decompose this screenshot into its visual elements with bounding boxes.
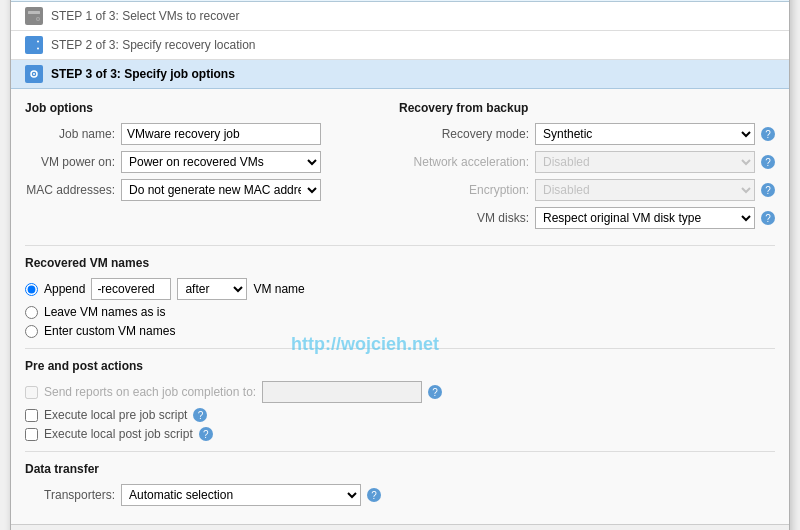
vm-disks-row: VM disks: Respect original VM disk type … <box>399 207 775 229</box>
vm-power-row: VM power on: Power on recovered VMs <box>25 151 379 173</box>
vm-names-title: Recovered VM names <box>25 256 775 270</box>
transporters-select[interactable]: Automatic selection <box>121 484 361 506</box>
job-name-input[interactable] <box>121 123 321 145</box>
vm-name-label: VM name <box>253 282 304 296</box>
post-job-help-icon[interactable]: ? <box>199 427 213 441</box>
leave-radio-row: Leave VM names as is <box>25 305 775 319</box>
send-reports-checkbox[interactable] <box>25 386 38 399</box>
pre-job-help-icon[interactable]: ? <box>193 408 207 422</box>
svg-point-10 <box>37 48 39 50</box>
send-reports-label: Send reports on each job completion to: <box>44 385 256 399</box>
right-column: Recovery from backup Recovery mode: Synt… <box>399 101 775 235</box>
enter-radio[interactable] <box>25 325 38 338</box>
recovery-mode-help-icon[interactable]: ? <box>761 127 775 141</box>
svg-point-13 <box>33 73 35 75</box>
enter-label: Enter custom VM names <box>44 324 175 338</box>
wizard-body: http://wojcieh.net Job options Job name:… <box>11 89 789 524</box>
job-name-label: Job name: <box>25 127 115 141</box>
vm-disks-label: VM disks: <box>399 211 529 225</box>
step1-icon <box>25 7 43 25</box>
send-reports-row: Send reports on each job completion to: … <box>25 381 775 403</box>
after-select[interactable]: after before <box>177 278 247 300</box>
transporters-help-icon[interactable]: ? <box>367 488 381 502</box>
recovery-mode-label: Recovery mode: <box>399 127 529 141</box>
append-label: Append <box>44 282 85 296</box>
vm-power-select[interactable]: Power on recovered VMs <box>121 151 321 173</box>
left-column: Job options Job name: VM power on: Power… <box>25 101 379 235</box>
job-name-row: Job name: <box>25 123 379 145</box>
step2-icon <box>25 36 43 54</box>
send-reports-help-icon[interactable]: ? <box>428 385 442 399</box>
mac-select[interactable]: Do not generate new MAC addresses <box>121 179 321 201</box>
vm-disks-help-icon[interactable]: ? <box>761 211 775 225</box>
pre-job-label: Execute local pre job script <box>44 408 187 422</box>
network-accel-select: Disabled <box>535 151 755 173</box>
pre-job-row: Execute local pre job script ? <box>25 408 775 422</box>
step1-row: STEP 1 of 3: Select VMs to recover <box>11 2 789 31</box>
pre-job-checkbox[interactable] <box>25 409 38 422</box>
post-job-label: Execute local post job script <box>44 427 193 441</box>
job-options-title: Job options <box>25 101 379 115</box>
post-job-checkbox[interactable] <box>25 428 38 441</box>
append-radio-row: Append after before VM name <box>25 278 775 300</box>
wizard-footer: Finish Finish & Run Cancel <box>11 524 789 530</box>
step3-icon <box>25 65 43 83</box>
svg-rect-4 <box>28 11 40 14</box>
vm-power-label: VM power on: <box>25 155 115 169</box>
svg-point-9 <box>37 41 39 43</box>
step2-row: STEP 2 of 3: Specify recovery location <box>11 31 789 60</box>
pre-post-section: Pre and post actions Send reports on eac… <box>25 359 775 441</box>
transporters-label: Transporters: <box>25 488 115 502</box>
post-job-row: Execute local post job script ? <box>25 427 775 441</box>
pre-post-title: Pre and post actions <box>25 359 775 373</box>
enter-radio-row: Enter custom VM names <box>25 324 775 338</box>
append-radio[interactable] <box>25 283 38 296</box>
data-transfer-section: Data transfer Transporters: Automatic se… <box>25 462 775 506</box>
email-input[interactable] <box>262 381 422 403</box>
leave-radio[interactable] <box>25 306 38 319</box>
vm-disks-select[interactable]: Respect original VM disk type <box>535 207 755 229</box>
mac-label: MAC addresses: <box>25 183 115 197</box>
mac-row: MAC addresses: Do not generate new MAC a… <box>25 179 379 201</box>
step1-label: STEP 1 of 3: Select VMs to recover <box>51 9 240 23</box>
recovery-mode-select[interactable]: Synthetic <box>535 123 755 145</box>
transporters-row: Transporters: Automatic selection ? <box>25 484 775 506</box>
data-transfer-title: Data transfer <box>25 462 775 476</box>
step2-label: STEP 2 of 3: Specify recovery location <box>51 38 256 52</box>
network-accel-row: Network acceleration: Disabled ? <box>399 151 775 173</box>
network-accel-help-icon[interactable]: ? <box>761 155 775 169</box>
recovery-mode-row: Recovery mode: Synthetic ? <box>399 123 775 145</box>
encryption-help-icon[interactable]: ? <box>761 183 775 197</box>
step3-row: STEP 3 of 3: Specify job options <box>11 60 789 89</box>
vm-names-section: Recovered VM names Append after before V… <box>25 256 775 338</box>
step3-label: STEP 3 of 3: Specify job options <box>51 67 235 81</box>
encryption-label: Encryption: <box>399 183 529 197</box>
recovery-title: Recovery from backup <box>399 101 775 115</box>
append-value-input[interactable] <box>91 278 171 300</box>
svg-point-6 <box>37 18 39 20</box>
leave-label: Leave VM names as is <box>44 305 165 319</box>
encryption-row: Encryption: Disabled ? <box>399 179 775 201</box>
network-accel-label: Network acceleration: <box>399 155 529 169</box>
encryption-select: Disabled <box>535 179 755 201</box>
